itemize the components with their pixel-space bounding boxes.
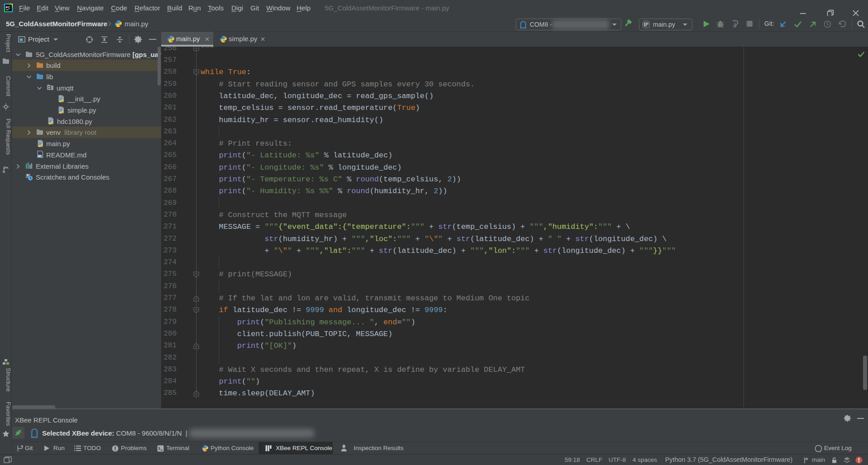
svg-text:PC: PC <box>5 5 10 9</box>
svg-text:MD: MD <box>38 155 42 157</box>
